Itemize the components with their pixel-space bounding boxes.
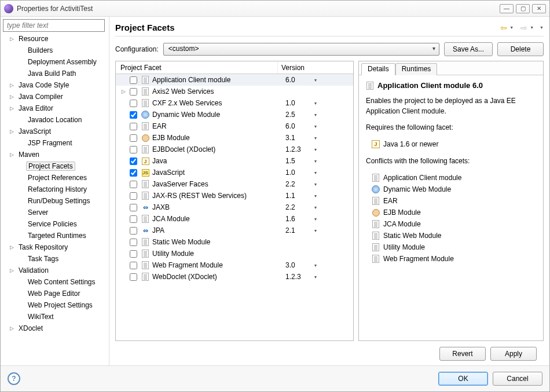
facet-checkbox[interactable] [130,181,137,188]
facet-checkbox[interactable] [130,123,137,130]
facet-checkbox[interactable] [130,88,137,96]
sidebar-item-jsp-fragment[interactable]: JSP Fragment [3,137,108,149]
sidebar-item-maven[interactable]: ▷Maven [3,149,108,160]
facet-row[interactable]: Dynamic Web Module2.5▾ [116,109,353,120]
menu-dropdown-icon[interactable]: ▼ [540,25,544,30]
sidebar-item-wikitext[interactable]: WikiText [3,311,108,323]
facet-row[interactable]: WebDoclet (XDoclet)1.2.3▾ [116,271,353,283]
back-arrow-icon[interactable]: ⇦ [500,23,507,32]
sidebar-item-web-project-settings[interactable]: Web Project Settings [3,299,108,311]
tab-details[interactable]: Details [361,63,395,75]
sidebar-item-validation[interactable]: ▷Validation [3,265,108,276]
forward-dropdown-icon[interactable]: ▼ [530,25,534,30]
facet-row[interactable]: CXF 2.x Web Services1.0▾ [116,97,353,109]
facet-checkbox[interactable] [130,146,137,153]
sidebar-item-project-facets[interactable]: Project Facets [3,160,108,172]
facet-checkbox[interactable] [130,273,137,281]
facet-checkbox[interactable] [130,157,137,165]
sidebar-item-java-code-style[interactable]: ▷Java Code Style [3,79,108,91]
version-dropdown-icon[interactable]: ▾ [314,112,322,118]
facet-checkbox[interactable] [130,215,137,223]
facet-checkbox[interactable] [130,169,137,177]
facet-checkbox[interactable] [130,204,137,211]
sidebar-item-run-debug-settings[interactable]: Run/Debug Settings [3,195,108,207]
facet-row[interactable]: EJBDoclet (XDoclet)1.2.3▾ [116,144,353,155]
configuration-combo[interactable]: <custom> [163,43,439,56]
tab-runtimes[interactable]: Runtimes [395,63,438,75]
version-dropdown-icon[interactable]: ▾ [314,124,322,129]
facet-checkbox[interactable] [130,262,137,269]
version-dropdown-icon[interactable]: ▾ [314,101,322,106]
sidebar-item-targeted-runtimes[interactable]: Targeted Runtimes [3,230,108,241]
sidebar-item-javascript[interactable]: ▷JavaScript [3,126,108,137]
facet-row[interactable]: ▷Axis2 Web Services [116,86,353,97]
version-dropdown-icon[interactable]: ▾ [314,182,322,187]
facet-checkbox[interactable] [130,227,137,235]
ok-button[interactable]: OK [438,372,488,386]
version-dropdown-icon[interactable]: ▾ [314,274,322,280]
help-icon[interactable]: ? [8,372,20,385]
version-dropdown-icon[interactable]: ▾ [314,205,322,210]
sidebar-item-xdoclet[interactable]: ▷XDoclet [3,323,108,334]
facet-row[interactable]: Static Web Module [116,236,353,248]
sidebar-item-java-build-path[interactable]: Java Build Path [3,68,108,79]
forward-arrow-icon[interactable]: ⇨ [520,23,527,32]
facet-checkbox[interactable] [130,76,137,84]
facet-col-version[interactable]: Version [278,61,353,74]
facet-checkbox[interactable] [130,134,137,142]
sidebar-item-deployment-assembly[interactable]: Deployment Assembly [3,56,108,68]
facet-row[interactable]: Utility Module [116,248,353,259]
version-dropdown-icon[interactable]: ▾ [314,217,322,222]
facet-list[interactable]: Application Client module6.0▾▷Axis2 Web … [116,74,353,340]
filter-input[interactable] [3,19,105,32]
version-dropdown-icon[interactable]: ▾ [314,228,322,233]
facet-row[interactable]: EJB Module3.1▾ [116,132,353,144]
facet-row[interactable]: JAX-RS (REST Web Services)1.1▾ [116,190,353,202]
maximize-button[interactable]: ▢ [516,4,530,13]
revert-button[interactable]: Revert [439,347,486,361]
back-dropdown-icon[interactable]: ▼ [509,25,514,30]
version-dropdown-icon[interactable]: ▾ [314,135,322,141]
sidebar-item-task-repository[interactable]: ▷Task Repository [3,241,108,253]
facet-row[interactable]: Application Client module6.0▾ [116,74,353,86]
delete-button[interactable]: Delete [497,42,544,56]
facet-checkbox[interactable] [130,250,137,258]
sidebar-item-web-content-settings[interactable]: Web Content Settings [3,276,108,288]
facet-row[interactable]: JJava1.5▾ [116,155,353,167]
version-dropdown-icon[interactable]: ▾ [314,263,322,268]
version-dropdown-icon[interactable]: ▾ [314,193,322,199]
sidebar-item-task-tags[interactable]: Task Tags [3,253,108,265]
minimize-button[interactable]: — [500,4,514,13]
version-dropdown-icon[interactable]: ▾ [314,147,322,152]
version-dropdown-icon[interactable]: ▾ [314,78,322,83]
facet-row[interactable]: ⇔JPA2.1▾ [116,225,353,236]
sidebar-item-resource[interactable]: ▷Resource [3,33,108,45]
sidebar-item-project-references[interactable]: Project References [3,172,108,184]
facet-row[interactable]: EAR6.0▾ [116,120,353,132]
facet-checkbox[interactable] [130,111,137,119]
sidebar-item-javadoc-location[interactable]: Javadoc Location [3,114,108,126]
sidebar-item-server[interactable]: Server [3,207,108,218]
sidebar-item-builders[interactable]: Builders [3,45,108,56]
apply-button[interactable]: Apply [490,347,537,361]
sidebar-item-java-compiler[interactable]: ▷Java Compiler [3,91,108,102]
facet-col-name[interactable]: Project Facet [116,61,278,74]
sidebar-item-service-policies[interactable]: Service Policies [3,218,108,230]
facet-row[interactable]: JCA Module1.6▾ [116,213,353,225]
version-dropdown-icon[interactable]: ▾ [314,159,322,164]
facet-row[interactable]: Web Fragment Module3.0▾ [116,259,353,271]
cancel-button[interactable]: Cancel [493,372,542,386]
save-as-button[interactable]: Save As... [444,42,493,56]
sidebar-item-web-page-editor[interactable]: Web Page Editor [3,288,108,299]
facet-checkbox[interactable] [130,192,137,200]
close-button[interactable]: ✕ [532,4,546,13]
facet-row[interactable]: ⇔JAXB2.2▾ [116,202,353,213]
sidebar-item-refactoring-history[interactable]: Refactoring History [3,184,108,195]
sidebar-item-java-editor[interactable]: ▷Java Editor [3,102,108,114]
version-dropdown-icon[interactable]: ▾ [314,170,322,175]
facet-row[interactable]: JSJavaScript1.0▾ [116,167,353,178]
facet-row[interactable]: JavaServer Faces2.2▾ [116,178,353,190]
property-tree[interactable]: ▷ResourceBuildersDeployment AssemblyJava… [3,33,108,363]
facet-checkbox[interactable] [130,239,137,246]
facet-checkbox[interactable] [130,100,137,107]
